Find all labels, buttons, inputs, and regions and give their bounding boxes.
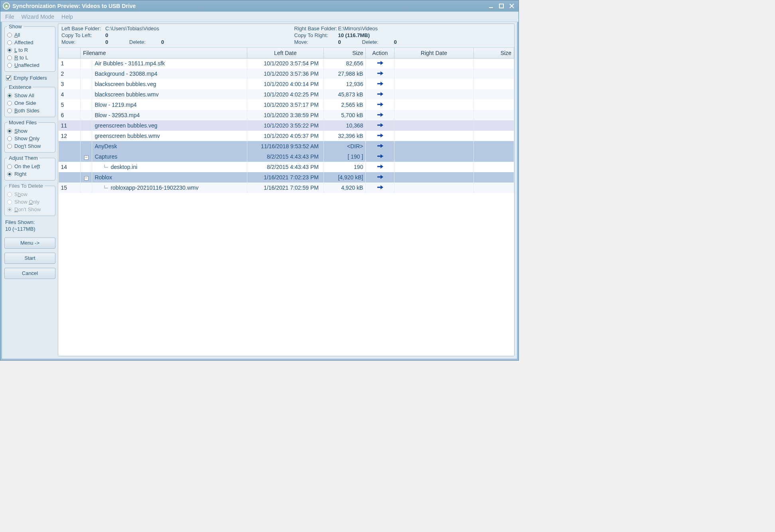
moved-option-1[interactable]: Show Only [7, 135, 53, 142]
cancel-button[interactable]: Cancel [4, 268, 55, 279]
existence-option-0[interactable]: Show All [7, 92, 53, 99]
moved-option-2[interactable]: Don't Show [7, 142, 53, 150]
row-action[interactable] [366, 162, 394, 172]
existence-option-1[interactable]: One Side [7, 99, 53, 107]
menu-help[interactable]: Help [58, 13, 76, 21]
table-row[interactable]: 5Blow - 1219.mp410/1/2020 3:57:17 PM2,56… [59, 100, 514, 110]
copy-to-right-value: 10 (116.7MB) [338, 32, 511, 38]
group-moved-legend: Moved Files [7, 120, 38, 126]
row-number [59, 172, 81, 183]
table-row[interactable]: 11greenscreen bubbles.veg10/1/2020 3:55:… [59, 120, 514, 131]
minimize-button[interactable] [487, 2, 495, 10]
col-header-left-size[interactable]: Size [323, 48, 366, 58]
row-action[interactable] [366, 69, 394, 79]
row-action[interactable] [366, 58, 394, 69]
row-action[interactable] [366, 100, 394, 110]
table-row[interactable]: AnyDesk11/16/2018 9:53:52 AM<DIR> [59, 141, 514, 151]
adjust-option-label: Right [14, 171, 26, 177]
row-action[interactable] [366, 151, 394, 162]
show-option-0[interactable]: All [7, 31, 53, 39]
adjust-option-0[interactable]: On the Left [7, 163, 53, 170]
table-row[interactable]: 6Blow - 32953.mp410/1/2020 3:38:59 PM5,7… [59, 110, 514, 120]
existence-option-label: One Side [14, 100, 36, 106]
table-row[interactable]: 4blackscreen bubbles.wmv10/1/2020 4:02:2… [59, 89, 514, 100]
table-row[interactable]: 3blackscreen bubbles.veg10/1/2020 4:00:1… [59, 79, 514, 89]
existence-option-2[interactable]: Both Sides [7, 107, 53, 114]
files-delete-option-label: Show [14, 191, 28, 197]
tree-branch-icon [104, 164, 110, 170]
table-row[interactable]: 1Air Bubbles - 31611.mp4.sfk10/1/2020 3:… [59, 58, 514, 69]
row-filename: desktop.ini [92, 162, 247, 172]
row-action[interactable] [366, 183, 394, 193]
menu-button[interactable]: Menu -> [4, 238, 55, 249]
row-number [59, 151, 81, 162]
row-expander[interactable]: − [80, 172, 92, 183]
row-action[interactable] [366, 141, 394, 151]
row-left-date: 1/16/2021 7:02:23 PM [247, 172, 323, 183]
row-action[interactable] [366, 120, 394, 131]
table-row[interactable]: −Roblox1/16/2021 7:02:23 PM[4,920 kB] [59, 172, 514, 183]
col-header-filename[interactable]: Filename [80, 48, 247, 58]
moved-option-0[interactable]: Show [7, 127, 53, 135]
col-header-right-size[interactable]: Size [473, 48, 514, 58]
arrow-right-icon [377, 92, 384, 98]
left-delete-label: Delete: [129, 39, 161, 45]
row-action[interactable] [366, 131, 394, 141]
row-left-size: 27,988 kB [323, 69, 366, 79]
col-header-left-date[interactable]: Left Date [247, 48, 323, 58]
row-action[interactable] [366, 89, 394, 100]
adjust-option-1[interactable]: Right [7, 170, 53, 178]
col-header-action[interactable]: Action [366, 48, 394, 58]
file-table-scroll[interactable]: Filename Left Date Size Action Right Dat… [58, 47, 514, 356]
show-option-3[interactable]: R to L [7, 54, 53, 61]
row-action[interactable] [366, 172, 394, 183]
checkbox-empty-folders[interactable]: Empty Folders [4, 74, 55, 82]
app-window: Synchronization Preview: Videos to USB D… [0, 0, 519, 361]
row-expander [80, 131, 92, 141]
svg-marker-10 [381, 82, 383, 86]
row-action[interactable] [366, 110, 394, 120]
maximize-button[interactable] [497, 2, 506, 10]
row-left-size: 82,656 [323, 58, 366, 69]
group-show: Show AllAffectedL to RR to LUnaffected [4, 24, 55, 72]
menu-wizard-mode[interactable]: Wizard Mode [18, 13, 57, 21]
show-option-4[interactable]: Unaffected [7, 61, 53, 69]
row-left-size: 10,368 [323, 120, 366, 131]
table-row[interactable]: 15robloxapp-20210116-1902230.wmv1/16/202… [59, 183, 514, 193]
row-right-date [394, 162, 473, 172]
col-header-right-date[interactable]: Right Date [394, 48, 473, 58]
row-left-date: 8/2/2015 4:43:43 PM [247, 151, 323, 162]
radio-icon [7, 108, 12, 113]
radio-icon [7, 136, 12, 141]
titlebar[interactable]: Synchronization Preview: Videos to USB D… [0, 0, 519, 12]
row-action[interactable] [366, 79, 394, 89]
table-row[interactable]: 2Background - 23088.mp410/1/2020 3:57:36… [59, 69, 514, 79]
col-header-num[interactable] [59, 48, 81, 58]
menu-file[interactable]: File [2, 13, 18, 21]
row-number: 15 [59, 183, 81, 193]
row-left-date: 1/16/2021 7:02:59 PM [247, 183, 323, 193]
copy-to-left-value: 0 [105, 32, 278, 38]
row-left-size: 2,565 kB [323, 100, 366, 110]
row-left-date: 8/2/2015 4:43:43 PM [247, 162, 323, 172]
radio-icon [7, 63, 12, 68]
row-left-size: 4,920 kB [323, 183, 366, 193]
row-filename: blackscreen bubbles.wmv [92, 89, 247, 100]
content-area: Show AllAffectedL to RR to LUnaffected E… [0, 22, 519, 360]
right-move-label: Move: [294, 39, 338, 45]
start-button[interactable]: Start [4, 253, 55, 264]
row-expander[interactable]: − [80, 151, 92, 162]
group-existence-legend: Existence [7, 84, 33, 90]
show-option-1[interactable]: Affected [7, 39, 53, 46]
table-row[interactable]: 12greenscreen bubbles.wmv10/1/2020 4:05:… [59, 131, 514, 141]
row-number [59, 141, 81, 151]
table-row[interactable]: 14desktop.ini8/2/2015 4:43:43 PM190 [59, 162, 514, 172]
row-expander [80, 69, 92, 79]
row-right-size [473, 69, 514, 79]
show-option-2[interactable]: L to R [7, 46, 53, 54]
row-right-date [394, 151, 473, 162]
arrow-right-icon [377, 143, 384, 150]
table-row[interactable]: −Captures8/2/2015 4:43:43 PM[ 190 ] [59, 151, 514, 162]
close-button[interactable] [507, 2, 516, 10]
files-shown-line1: Files Shown: [5, 219, 55, 226]
